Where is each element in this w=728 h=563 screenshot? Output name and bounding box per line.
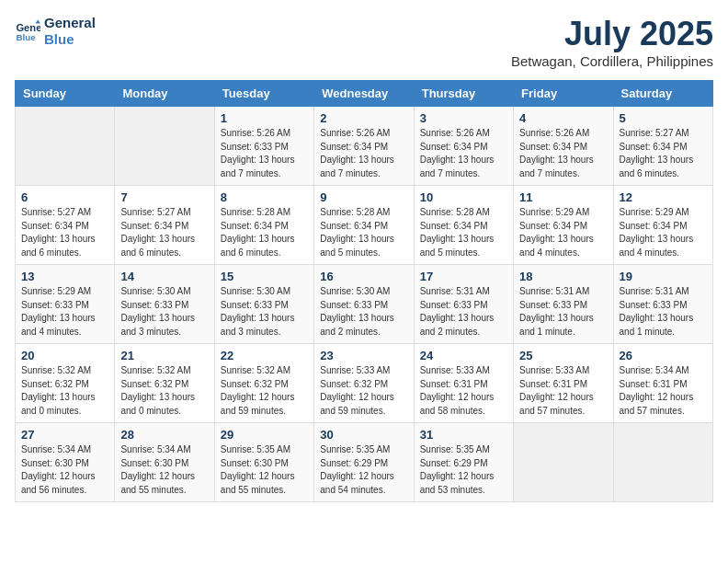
day-number: 24 [420, 349, 507, 362]
day-number: 13 [21, 270, 108, 283]
calendar-cell: 15Sunrise: 5:30 AMSunset: 6:33 PMDayligh… [214, 265, 313, 344]
weekday-header: Friday [514, 81, 613, 107]
calendar-cell: 24Sunrise: 5:33 AMSunset: 6:31 PMDayligh… [414, 344, 513, 423]
calendar-cell: 31Sunrise: 5:35 AMSunset: 6:29 PMDayligh… [414, 423, 513, 502]
calendar-header-row: SundayMondayTuesdayWednesdayThursdayFrid… [16, 81, 713, 107]
day-info: Sunrise: 5:29 AMSunset: 6:34 PMDaylight:… [519, 206, 607, 259]
day-number: 4 [519, 111, 607, 125]
calendar-week-row: 20Sunrise: 5:32 AMSunset: 6:32 PMDayligh… [16, 344, 713, 423]
calendar-cell: 5Sunrise: 5:27 AMSunset: 6:34 PMDaylight… [613, 107, 712, 186]
day-info: Sunrise: 5:26 AMSunset: 6:34 PMDaylight:… [320, 127, 407, 180]
day-number: 11 [519, 190, 607, 204]
calendar-cell: 18Sunrise: 5:31 AMSunset: 6:33 PMDayligh… [514, 265, 613, 344]
day-number: 25 [519, 349, 607, 362]
calendar-cell [613, 423, 712, 502]
day-info: Sunrise: 5:31 AMSunset: 6:33 PMDaylight:… [519, 285, 607, 339]
calendar-cell: 13Sunrise: 5:29 AMSunset: 6:33 PMDayligh… [16, 265, 115, 344]
day-number: 10 [420, 190, 507, 204]
calendar-week-row: 27Sunrise: 5:34 AMSunset: 6:30 PMDayligh… [16, 423, 713, 502]
month-year-title: July 2025 [511, 15, 713, 53]
day-number: 21 [120, 349, 208, 362]
day-info: Sunrise: 5:30 AMSunset: 6:33 PMDaylight:… [221, 285, 308, 339]
day-info: Sunrise: 5:35 AMSunset: 6:30 PMDaylight:… [221, 443, 308, 497]
day-number: 3 [420, 111, 507, 125]
day-info: Sunrise: 5:35 AMSunset: 6:29 PMDaylight:… [420, 443, 507, 497]
day-info: Sunrise: 5:32 AMSunset: 6:32 PMDaylight:… [221, 364, 308, 418]
header: General Blue General Blue July 2025 Betw… [15, 15, 713, 69]
calendar-cell [115, 107, 214, 186]
day-number: 28 [120, 428, 208, 442]
calendar-cell: 7Sunrise: 5:27 AMSunset: 6:34 PMDaylight… [115, 186, 214, 265]
day-number: 15 [221, 270, 308, 283]
day-number: 19 [620, 270, 707, 283]
day-info: Sunrise: 5:27 AMSunset: 6:34 PMDaylight:… [620, 127, 707, 180]
day-info: Sunrise: 5:30 AMSunset: 6:33 PMDaylight:… [320, 285, 407, 339]
day-info: Sunrise: 5:31 AMSunset: 6:33 PMDaylight:… [620, 285, 707, 339]
day-number: 27 [21, 428, 108, 442]
weekday-header: Monday [115, 81, 214, 107]
calendar-cell: 6Sunrise: 5:27 AMSunset: 6:34 PMDaylight… [16, 186, 115, 265]
day-info: Sunrise: 5:31 AMSunset: 6:33 PMDaylight:… [420, 285, 507, 339]
calendar-cell: 30Sunrise: 5:35 AMSunset: 6:29 PMDayligh… [314, 423, 414, 502]
day-number: 9 [320, 190, 407, 204]
day-number: 17 [420, 270, 507, 283]
weekday-header: Tuesday [214, 81, 313, 107]
calendar-week-row: 6Sunrise: 5:27 AMSunset: 6:34 PMDaylight… [16, 186, 713, 265]
day-info: Sunrise: 5:26 AMSunset: 6:33 PMDaylight:… [221, 127, 308, 180]
day-info: Sunrise: 5:32 AMSunset: 6:32 PMDaylight:… [120, 364, 208, 418]
day-number: 1 [221, 111, 308, 125]
day-info: Sunrise: 5:33 AMSunset: 6:31 PMDaylight:… [420, 364, 507, 418]
calendar-cell: 8Sunrise: 5:28 AMSunset: 6:34 PMDaylight… [214, 186, 313, 265]
logo-icon: General Blue [15, 18, 40, 44]
day-number: 6 [21, 190, 108, 204]
day-number: 5 [620, 111, 707, 125]
day-info: Sunrise: 5:29 AMSunset: 6:34 PMDaylight:… [620, 206, 707, 259]
calendar-cell: 16Sunrise: 5:30 AMSunset: 6:33 PMDayligh… [314, 265, 414, 344]
calendar-cell: 25Sunrise: 5:33 AMSunset: 6:31 PMDayligh… [514, 344, 613, 423]
weekday-header: Sunday [16, 81, 115, 107]
calendar-cell [16, 107, 115, 186]
day-info: Sunrise: 5:34 AMSunset: 6:31 PMDaylight:… [620, 364, 707, 418]
day-info: Sunrise: 5:29 AMSunset: 6:33 PMDaylight:… [21, 285, 108, 339]
day-info: Sunrise: 5:28 AMSunset: 6:34 PMDaylight:… [320, 206, 407, 259]
day-number: 29 [221, 428, 308, 442]
calendar-cell: 12Sunrise: 5:29 AMSunset: 6:34 PMDayligh… [613, 186, 712, 265]
calendar-cell: 19Sunrise: 5:31 AMSunset: 6:33 PMDayligh… [613, 265, 712, 344]
calendar-cell: 1Sunrise: 5:26 AMSunset: 6:33 PMDaylight… [214, 107, 313, 186]
day-info: Sunrise: 5:28 AMSunset: 6:34 PMDaylight:… [420, 206, 507, 259]
day-number: 20 [21, 349, 108, 362]
day-number: 26 [620, 349, 707, 362]
weekday-header: Wednesday [314, 81, 414, 107]
calendar-cell [514, 423, 613, 502]
calendar-cell: 27Sunrise: 5:34 AMSunset: 6:30 PMDayligh… [16, 423, 115, 502]
calendar-cell: 4Sunrise: 5:26 AMSunset: 6:34 PMDaylight… [514, 107, 613, 186]
day-info: Sunrise: 5:34 AMSunset: 6:30 PMDaylight:… [120, 443, 208, 497]
logo: General Blue General Blue [15, 15, 96, 48]
calendar-cell: 20Sunrise: 5:32 AMSunset: 6:32 PMDayligh… [16, 344, 115, 423]
day-info: Sunrise: 5:33 AMSunset: 6:32 PMDaylight:… [320, 364, 407, 418]
location-subtitle: Betwagan, Cordillera, Philippines [511, 53, 713, 69]
day-info: Sunrise: 5:35 AMSunset: 6:29 PMDaylight:… [320, 443, 407, 497]
logo-blue: Blue [44, 31, 96, 48]
calendar-cell: 14Sunrise: 5:30 AMSunset: 6:33 PMDayligh… [115, 265, 214, 344]
day-number: 14 [120, 270, 208, 283]
logo-general: General [44, 15, 96, 31]
day-info: Sunrise: 5:30 AMSunset: 6:33 PMDaylight:… [120, 285, 208, 339]
calendar-cell: 10Sunrise: 5:28 AMSunset: 6:34 PMDayligh… [414, 186, 513, 265]
calendar-cell: 28Sunrise: 5:34 AMSunset: 6:30 PMDayligh… [115, 423, 214, 502]
day-info: Sunrise: 5:27 AMSunset: 6:34 PMDaylight:… [120, 206, 208, 259]
day-number: 2 [320, 111, 407, 125]
svg-text:Blue: Blue [16, 32, 36, 42]
calendar-table: SundayMondayTuesdayWednesdayThursdayFrid… [15, 80, 713, 502]
calendar-cell: 2Sunrise: 5:26 AMSunset: 6:34 PMDaylight… [314, 107, 414, 186]
day-info: Sunrise: 5:32 AMSunset: 6:32 PMDaylight:… [21, 364, 108, 418]
calendar-cell: 22Sunrise: 5:32 AMSunset: 6:32 PMDayligh… [214, 344, 313, 423]
weekday-header: Saturday [613, 81, 712, 107]
calendar-cell: 3Sunrise: 5:26 AMSunset: 6:34 PMDaylight… [414, 107, 513, 186]
calendar-cell: 17Sunrise: 5:31 AMSunset: 6:33 PMDayligh… [414, 265, 513, 344]
calendar-week-row: 13Sunrise: 5:29 AMSunset: 6:33 PMDayligh… [16, 265, 713, 344]
day-info: Sunrise: 5:26 AMSunset: 6:34 PMDaylight:… [420, 127, 507, 180]
day-info: Sunrise: 5:34 AMSunset: 6:30 PMDaylight:… [21, 443, 108, 497]
day-info: Sunrise: 5:27 AMSunset: 6:34 PMDaylight:… [21, 206, 108, 259]
calendar-cell: 21Sunrise: 5:32 AMSunset: 6:32 PMDayligh… [115, 344, 214, 423]
